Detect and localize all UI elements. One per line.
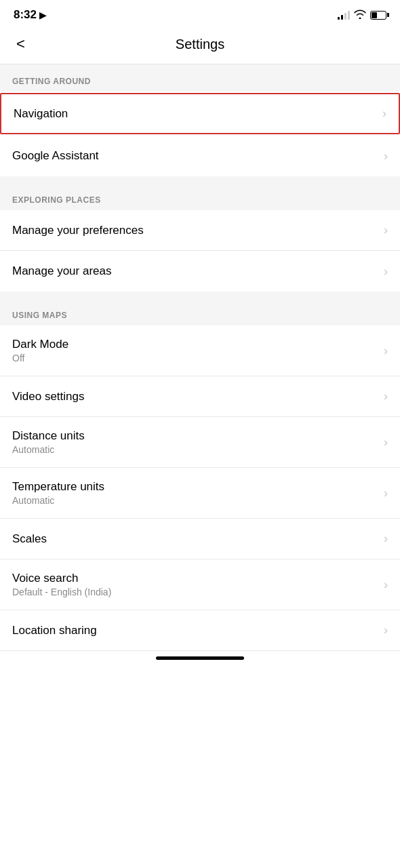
section-label-exploring-places: EXPLORING PLACES (0, 183, 400, 210)
item-label-video-settings: Video settings (12, 390, 84, 403)
back-button[interactable]: < (14, 34, 28, 54)
settings-item-google-assistant[interactable]: Google Assistant › (0, 136, 400, 176)
section-label-using-maps: USING MAPS (0, 298, 400, 326)
item-sublabel-voice-search: Default - English (India) (12, 587, 111, 597)
item-label-dark-mode: Dark Mode (12, 338, 68, 351)
settings-item-manage-preferences[interactable]: Manage your preferences › (0, 210, 400, 251)
settings-content: GETTING AROUND Navigation › Google Assis… (0, 64, 400, 651)
separator-1 (0, 176, 400, 183)
status-bar: 8:32 ▶ (0, 0, 400, 27)
settings-item-manage-areas[interactable]: Manage your areas › (0, 251, 400, 292)
chevron-icon-navigation: › (382, 106, 386, 121)
settings-item-location-sharing[interactable]: Location sharing › (0, 610, 400, 651)
section-exploring-places: EXPLORING PLACES Manage your preferences… (0, 183, 400, 292)
item-label-scales: Scales (12, 532, 47, 546)
home-bar (156, 656, 244, 660)
item-label-temperature-units: Temperature units (12, 480, 104, 494)
chevron-icon-manage-preferences: › (384, 223, 388, 237)
chevron-icon-voice-search: › (384, 578, 388, 592)
chevron-icon-temperature-units: › (384, 486, 388, 500)
item-label-voice-search: Voice search (12, 572, 111, 585)
time-label: 8:32 (14, 8, 37, 22)
item-sublabel-dark-mode: Off (12, 353, 68, 363)
item-label-location-sharing: Location sharing (12, 624, 97, 637)
settings-item-video-settings[interactable]: Video settings › (0, 376, 400, 417)
section-label-getting-around: GETTING AROUND (0, 64, 400, 92)
wifi-icon (354, 9, 366, 21)
status-icons (338, 9, 386, 21)
chevron-icon-google-assistant: › (384, 149, 388, 163)
chevron-icon-scales: › (384, 532, 388, 546)
separator-2 (0, 292, 400, 298)
chevron-icon-distance-units: › (384, 435, 388, 450)
settings-item-navigation[interactable]: Navigation › (0, 93, 400, 134)
item-sublabel-distance-units: Automatic (12, 444, 85, 455)
settings-item-scales[interactable]: Scales › (0, 519, 400, 559)
signal-icon (338, 10, 350, 20)
section-getting-around: GETTING AROUND Navigation › Google Assis… (0, 64, 400, 176)
settings-item-temperature-units[interactable]: Temperature units Automatic › (0, 468, 400, 519)
battery-icon (370, 11, 386, 20)
item-label-distance-units: Distance units (12, 429, 85, 443)
page-title: Settings (176, 37, 224, 52)
home-indicator (0, 651, 400, 663)
settings-item-distance-units[interactable]: Distance units Automatic › (0, 417, 400, 468)
item-sublabel-temperature-units: Automatic (12, 495, 104, 506)
item-label-google-assistant: Google Assistant (12, 149, 99, 163)
header: < Settings (0, 27, 400, 64)
section-using-maps: USING MAPS Dark Mode Off › Video setting… (0, 298, 400, 651)
settings-item-voice-search[interactable]: Voice search Default - English (India) › (0, 559, 400, 610)
chevron-icon-video-settings: › (384, 389, 388, 403)
settings-item-dark-mode[interactable]: Dark Mode Off › (0, 326, 400, 376)
item-label-navigation: Navigation (14, 107, 68, 121)
chevron-icon-location-sharing: › (384, 623, 388, 637)
chevron-icon-dark-mode: › (384, 344, 388, 358)
location-icon: ▶ (39, 10, 46, 20)
status-time: 8:32 ▶ (14, 8, 46, 22)
item-label-manage-preferences: Manage your preferences (12, 224, 144, 237)
chevron-icon-manage-areas: › (384, 264, 388, 279)
item-label-manage-areas: Manage your areas (12, 264, 111, 278)
